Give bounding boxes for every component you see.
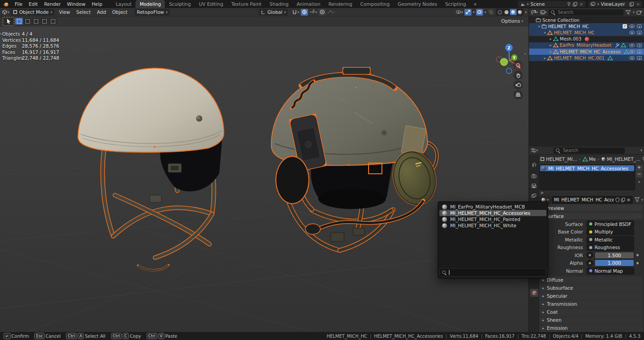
funnel-dropdown[interactable]: ▾ xyxy=(641,198,643,202)
overlays-dropdown[interactable]: ▾ xyxy=(484,10,486,14)
viewport-menu-add[interactable]: Add xyxy=(94,9,109,15)
material-name-field[interactable]: MI_HELMET_MICH_HC_Accessori... × xyxy=(552,196,633,204)
animate-decorator-dot[interactable] xyxy=(636,262,639,264)
expander-icon[interactable]: ▾ xyxy=(537,25,541,29)
workspace-tab-rendering[interactable]: Rendering xyxy=(324,0,357,8)
expander-icon[interactable]: ▸ xyxy=(548,43,553,47)
workspace-tab-texture-paint[interactable]: Texture Paint xyxy=(227,0,266,8)
overlays-toggle[interactable] xyxy=(476,9,483,16)
menu-file[interactable]: File xyxy=(12,1,26,7)
workspace-tab-sculpting[interactable]: Sculpting xyxy=(165,0,195,8)
socket-button[interactable] xyxy=(587,260,593,266)
unlink-icon[interactable]: × xyxy=(627,197,631,203)
proportional-editing-button[interactable] xyxy=(319,9,326,16)
select-mode-intersect-button[interactable] xyxy=(49,18,57,25)
property-field[interactable]: Roughness xyxy=(587,244,634,251)
select-mode-set-button[interactable] xyxy=(15,18,23,25)
property-slider[interactable]: 1.000 xyxy=(595,259,634,266)
menu-window[interactable]: Window xyxy=(64,1,88,7)
material-slot-item[interactable]: MI_HELMET_MICH_HC_Accessories xyxy=(540,165,634,171)
tab-output[interactable] xyxy=(530,182,538,190)
material-option[interactable]: MI_HELMET_MICH_HC_Accessories xyxy=(439,210,546,216)
material-option[interactable]: MI_HELMET_MICH_HC_Painted xyxy=(439,216,546,222)
camera-icon[interactable] xyxy=(637,31,642,34)
filter-funnel-icon[interactable] xyxy=(625,10,631,15)
perspective-grid-button[interactable] xyxy=(513,90,523,99)
shading-solid-button[interactable] xyxy=(503,9,510,15)
outliner-row[interactable]: ▸HELMET_MICH_HC_Accessories xyxy=(529,49,644,55)
popup-search-box[interactable] xyxy=(439,268,546,277)
3d-viewport[interactable]: ▾ Object Mode ▾ ViewSelectAddObject Reto… xyxy=(0,8,529,332)
properties-editor-type[interactable]: ▾ xyxy=(531,147,538,154)
workspace-tab-modeling[interactable]: Modeling xyxy=(135,0,165,8)
tab-material[interactable] xyxy=(530,289,538,297)
shading-rendered-button[interactable] xyxy=(517,9,523,15)
breadcrumb-material[interactable]: MI_HELMET_... xyxy=(601,156,640,162)
overlay-expander-arrow[interactable]: › xyxy=(0,31,2,36)
eye-icon[interactable] xyxy=(629,44,635,47)
breadcrumb-object[interactable]: HELMET_MI... xyxy=(540,156,577,162)
editor-type-selector[interactable]: ▾ xyxy=(2,9,9,16)
outliner-filter-type[interactable]: ▾ xyxy=(540,9,547,16)
property-slider[interactable]: 1.500 xyxy=(595,252,634,259)
filter-dropdown[interactable]: ▾ xyxy=(633,10,635,14)
shading-material-button[interactable] xyxy=(510,9,517,15)
select-mode-subtract-button[interactable] xyxy=(32,18,40,25)
panel-drag-grip[interactable]: :::: xyxy=(635,206,640,210)
camera-view-button[interactable] xyxy=(513,80,523,90)
remove-slot-button[interactable]: − xyxy=(636,172,643,177)
workspace-tab-scripting[interactable]: Scripting xyxy=(441,0,470,8)
panel-preview-header[interactable]: ▾ Preview :::: xyxy=(540,205,643,211)
blender-logo-icon[interactable] xyxy=(0,1,12,7)
gizmos-toggle[interactable] xyxy=(464,9,472,16)
properties-search[interactable] xyxy=(554,147,625,154)
popup-search-input[interactable] xyxy=(452,270,544,276)
viewlayer-selector[interactable]: ▾ ViewLayer × xyxy=(588,1,642,7)
expander-icon[interactable]: ▾ xyxy=(542,31,547,35)
tab-render[interactable] xyxy=(530,172,538,180)
menu-help[interactable]: Help xyxy=(89,1,106,7)
zoom-button[interactable] xyxy=(513,61,523,70)
outliner-display-mode[interactable]: ▾ xyxy=(531,9,538,16)
xray-toggle[interactable] xyxy=(488,9,495,16)
material-option[interactable]: MI_EarPro_MilitaryHeadset_MCB xyxy=(439,204,546,210)
visibility-dropdown[interactable]: ▾ xyxy=(456,9,463,16)
select-mode-extend-button[interactable] xyxy=(24,18,31,25)
workspace-tab-layout[interactable]: Layout xyxy=(112,0,136,8)
outliner-row[interactable]: Scene Collection xyxy=(529,17,644,23)
snap-toggle-button[interactable] xyxy=(301,9,308,16)
eye-icon[interactable] xyxy=(629,56,635,60)
tab-tool[interactable] xyxy=(530,160,538,168)
property-field[interactable]: Metallic xyxy=(587,236,634,243)
material-filter-funnel-icon[interactable] xyxy=(634,197,640,202)
camera-icon[interactable] xyxy=(637,50,642,53)
panel-emission-header[interactable]: ▸Emission xyxy=(540,324,643,332)
outliner-row[interactable]: ▸Mesh.003 xyxy=(529,36,644,42)
camera-icon[interactable] xyxy=(637,25,642,28)
property-field[interactable]: Normal Map xyxy=(587,267,634,274)
material-slot-list[interactable]: MI_HELMET_MICH_HC_Accessories xyxy=(539,164,635,190)
camera-icon[interactable] xyxy=(637,56,642,60)
tab-view-layer[interactable] xyxy=(530,192,538,200)
property-field[interactable]: Principled BSDF xyxy=(587,221,634,228)
panel-coat-header[interactable]: ▸Coat xyxy=(540,308,643,316)
properties-search-input[interactable] xyxy=(562,147,623,153)
socket-button[interactable] xyxy=(587,252,593,258)
menu-edit[interactable]: Edit xyxy=(26,1,41,7)
copy-icon[interactable] xyxy=(573,2,578,7)
outliner-row[interactable]: ▸HELMET_MICH_HC.001 xyxy=(529,55,644,61)
viewport-menu-object[interactable]: Object xyxy=(109,9,131,15)
expander-icon[interactable]: ▸ xyxy=(548,50,553,54)
transform-orientation[interactable]: Global ▾ xyxy=(258,9,288,16)
duplicate-icon[interactable] xyxy=(621,197,625,202)
workspace-tab-geometry-nodes[interactable]: Geometry Nodes xyxy=(394,0,441,8)
snap-target-button[interactable]: ▾ xyxy=(292,9,299,16)
panel-specular-header[interactable]: ▸Specular xyxy=(540,292,643,300)
properties-header-collapse[interactable]: ▾ xyxy=(640,148,642,152)
fake-user-shield-icon[interactable] xyxy=(615,197,619,202)
panel-transmission-header[interactable]: ▸Transmission xyxy=(540,300,643,308)
expander-icon[interactable]: ▸ xyxy=(548,37,553,41)
breadcrumb-mesh[interactable]: Me xyxy=(582,156,596,162)
snap-with-button[interactable]: ▾ xyxy=(309,9,317,16)
outliner-row[interactable]: ▾HELMET_MICH_HC xyxy=(529,29,644,36)
